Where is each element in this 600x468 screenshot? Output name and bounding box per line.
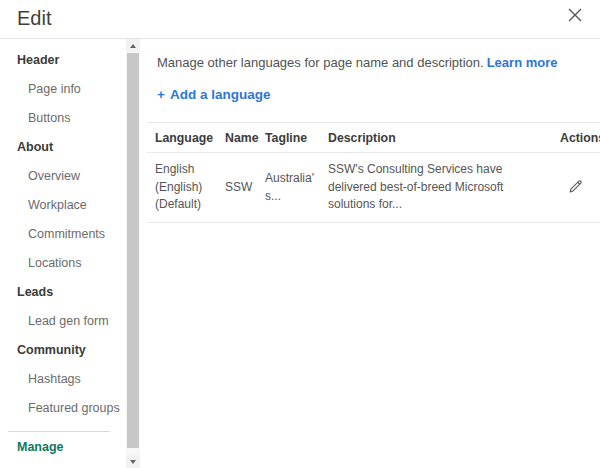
close-icon	[567, 7, 583, 23]
sidebar-item-locations[interactable]: Locations	[0, 249, 126, 278]
close-button[interactable]	[564, 5, 586, 27]
table-header-row: Language Name Tagline Description Action…	[147, 123, 600, 153]
intro-sentence: Manage other languages for page name and…	[157, 55, 484, 70]
cell-tagline: Australia's...	[257, 153, 320, 223]
cell-actions	[552, 153, 600, 223]
cell-language: English (English) (Default)	[147, 153, 217, 223]
edit-dialog: Edit Header Page info Buttons About Over…	[0, 0, 600, 468]
edit-pencil-icon	[567, 178, 584, 195]
sidebar-item-page-info[interactable]: Page info	[0, 75, 126, 104]
scroll-down-icon	[130, 460, 136, 464]
learn-more-link[interactable]: Learn more	[487, 55, 558, 70]
column-header-name: Name	[217, 123, 257, 153]
cell-description: SSW's Consulting Services have delivered…	[320, 153, 552, 223]
edit-language-button[interactable]	[567, 178, 584, 198]
column-header-tagline: Tagline	[257, 123, 320, 153]
column-header-language: Language	[147, 123, 217, 153]
scroll-down-button[interactable]	[126, 455, 140, 468]
languages-table: Language Name Tagline Description Action…	[147, 122, 600, 223]
sidebar-item-buttons[interactable]: Buttons	[0, 104, 126, 133]
sidebar-divider	[8, 431, 110, 432]
dialog-title: Edit	[17, 7, 51, 30]
add-language-button[interactable]: +Add a language	[157, 87, 270, 102]
sidebar: Header Page info Buttons About Overview …	[0, 39, 126, 468]
sidebar-item-hashtags[interactable]: Hashtags	[0, 365, 126, 394]
sidebar-item-workplace[interactable]: Workplace	[0, 191, 126, 220]
sidebar-item-commitments[interactable]: Commitments	[0, 220, 126, 249]
sidebar-item-overview[interactable]: Overview	[0, 162, 126, 191]
sidebar-scrollbar[interactable]	[126, 39, 140, 468]
sidebar-section-about: About	[0, 133, 126, 162]
scrollbar-thumb[interactable]	[127, 53, 139, 448]
sidebar-item-featured-groups[interactable]: Featured groups	[0, 394, 126, 423]
column-header-description: Description	[320, 123, 552, 153]
add-language-label: Add a language	[170, 87, 271, 102]
sidebar-section-leads: Leads	[0, 278, 126, 307]
scroll-up-icon	[130, 44, 136, 48]
intro-text: Manage other languages for page name and…	[157, 55, 600, 70]
manage-languages-panel: Manage other languages for page name and…	[147, 38, 600, 223]
column-header-actions: Actions	[552, 123, 600, 153]
sidebar-section-community: Community	[0, 336, 126, 365]
sidebar-item-lead-gen-form[interactable]: Lead gen form	[0, 307, 126, 336]
scroll-up-button[interactable]	[126, 39, 140, 52]
plus-icon: +	[157, 87, 165, 102]
table-row: English (English) (Default) SSW Australi…	[147, 153, 600, 223]
sidebar-section-header: Header	[0, 46, 126, 75]
sidebar-item-manage-languages[interactable]: Manage languages	[0, 433, 126, 468]
cell-name: SSW	[217, 153, 257, 223]
